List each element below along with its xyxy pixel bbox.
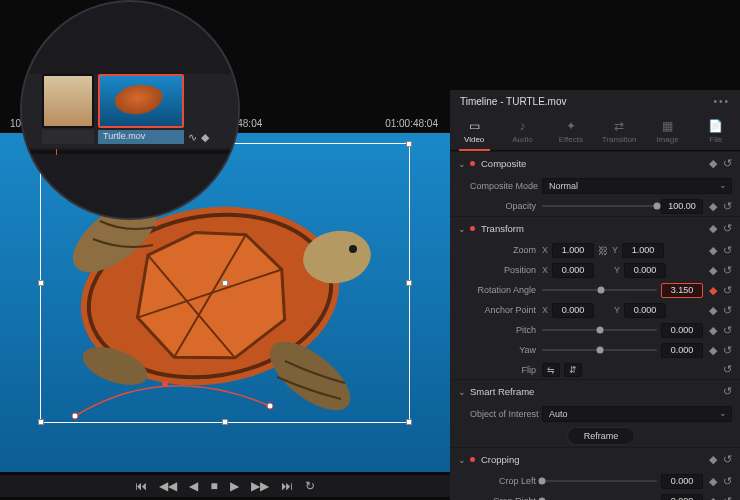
keyframe-icon[interactable]: ◆ bbox=[709, 200, 717, 213]
chevron-down-icon[interactable]: ⌄ bbox=[458, 159, 466, 169]
handle-center[interactable] bbox=[222, 280, 228, 286]
keyframe-icon[interactable]: ◆ bbox=[709, 284, 717, 297]
flip-h-button[interactable]: ⇋ bbox=[542, 363, 560, 377]
zoom-y-field[interactable]: 1.000 bbox=[622, 243, 664, 258]
zoom-label: Zoom bbox=[470, 245, 542, 255]
opacity-field[interactable]: 100.00 bbox=[661, 199, 703, 214]
composite-title: Composite bbox=[481, 158, 526, 169]
opacity-slider[interactable] bbox=[542, 205, 657, 207]
crop-left-field[interactable]: 0.000 bbox=[661, 474, 703, 489]
crop-left-slider[interactable] bbox=[542, 480, 657, 482]
rotation-field[interactable]: 3.150 bbox=[661, 283, 703, 298]
anchor-label: Anchor Point bbox=[470, 305, 542, 315]
file-icon: 📄 bbox=[692, 119, 740, 133]
reset-icon[interactable]: ↺ bbox=[723, 222, 732, 235]
inspector-tabs: ▭Video ♪Audio ✦Effects ⇄Transition ▦Imag… bbox=[450, 113, 740, 151]
audio-icon: ♪ bbox=[498, 119, 546, 133]
play-reverse-button[interactable]: ◀ bbox=[189, 479, 198, 493]
object-of-interest-select[interactable]: Auto bbox=[542, 406, 732, 422]
timecode-timeline[interactable]: 01:00:48:04 bbox=[385, 118, 438, 129]
keyframe-icon[interactable]: ◆ bbox=[709, 475, 717, 488]
pitch-slider[interactable] bbox=[542, 329, 657, 331]
chevron-down-icon[interactable]: ⌄ bbox=[458, 455, 466, 465]
position-x-field[interactable]: 0.000 bbox=[552, 263, 594, 278]
zoom-x-field[interactable]: 1.000 bbox=[552, 243, 594, 258]
chevron-down-icon[interactable]: ⌄ bbox=[458, 224, 466, 234]
play-button[interactable]: ▶ bbox=[230, 479, 239, 493]
position-y-field[interactable]: 0.000 bbox=[624, 263, 666, 278]
reset-icon[interactable]: ↺ bbox=[723, 324, 732, 337]
reset-icon[interactable]: ↺ bbox=[723, 344, 732, 357]
keyframe-icon[interactable]: ◆ bbox=[709, 344, 717, 357]
pitch-label: Pitch bbox=[470, 325, 542, 335]
inspector-title: Timeline - TURTLE.mov bbox=[460, 96, 567, 107]
keyframe-icon[interactable]: ◆ bbox=[709, 324, 717, 337]
chevron-down-icon[interactable]: ⌄ bbox=[458, 387, 466, 397]
pitch-field[interactable]: 0.000 bbox=[661, 323, 703, 338]
flip-v-button[interactable]: ⇵ bbox=[564, 363, 582, 377]
handle-bm[interactable] bbox=[222, 419, 228, 425]
reset-icon[interactable]: ↺ bbox=[723, 244, 732, 257]
active-dot-icon bbox=[470, 161, 475, 166]
yaw-slider[interactable] bbox=[542, 349, 657, 351]
loop-button[interactable]: ↻ bbox=[305, 479, 315, 493]
yaw-label: Yaw bbox=[470, 345, 542, 355]
inspector-options-icon[interactable]: ••• bbox=[713, 96, 730, 107]
cropping-title: Cropping bbox=[481, 454, 520, 465]
keyframe-all-icon[interactable]: ◆ bbox=[709, 157, 717, 170]
handle-tr[interactable] bbox=[406, 141, 412, 147]
keyframe-all-icon[interactable]: ◆ bbox=[709, 453, 717, 466]
reset-icon[interactable]: ↺ bbox=[723, 264, 732, 277]
handle-br[interactable] bbox=[406, 419, 412, 425]
transition-icon: ⇄ bbox=[595, 119, 643, 133]
reset-icon[interactable]: ↺ bbox=[723, 157, 732, 170]
reset-icon[interactable]: ↺ bbox=[723, 453, 732, 466]
section-composite: ⌄ Composite ◆ ↺ Composite Mode Normal Op… bbox=[450, 151, 740, 216]
media-thumbnail[interactable] bbox=[42, 74, 94, 128]
keyframe-icon[interactable]: ◆ bbox=[709, 244, 717, 257]
go-end-button[interactable]: ⏭ bbox=[281, 479, 293, 493]
section-transform: ⌄ Transform ◆ ↺ Zoom X1.000 ⛓ Y1.000 ◆↺ … bbox=[450, 216, 740, 379]
tab-effects[interactable]: ✦Effects bbox=[547, 113, 595, 150]
keyframe-icon[interactable]: ◆ bbox=[709, 264, 717, 277]
anchor-x-field[interactable]: 0.000 bbox=[552, 303, 594, 318]
stop-button[interactable]: ■ bbox=[210, 479, 217, 493]
transport-bar: ⏮ ◀◀ ◀ ■ ▶ ▶▶ ⏭ ↻ bbox=[0, 475, 450, 497]
opacity-label: Opacity bbox=[470, 201, 542, 211]
tab-image[interactable]: ▦Image bbox=[643, 113, 691, 150]
curve-badge-icon[interactable]: ∿ bbox=[188, 131, 197, 144]
keyframe-icon[interactable]: ◆ bbox=[709, 495, 717, 501]
reset-icon[interactable]: ↺ bbox=[723, 475, 732, 488]
reset-icon[interactable]: ↺ bbox=[723, 304, 732, 317]
link-icon[interactable]: ⛓ bbox=[598, 245, 608, 256]
image-icon: ▦ bbox=[643, 119, 691, 133]
tab-audio[interactable]: ♪Audio bbox=[498, 113, 546, 150]
handle-bl[interactable] bbox=[38, 419, 44, 425]
clip-name-label[interactable]: Turtle.mov bbox=[98, 130, 184, 144]
composite-mode-select[interactable]: Normal bbox=[542, 178, 732, 194]
tab-video[interactable]: ▭Video bbox=[450, 113, 498, 150]
yaw-field[interactable]: 0.000 bbox=[661, 343, 703, 358]
anchor-y-field[interactable]: 0.000 bbox=[624, 303, 666, 318]
tab-transition[interactable]: ⇄Transition bbox=[595, 113, 643, 150]
keyframe-badge-icon[interactable]: ◆ bbox=[201, 131, 209, 144]
go-start-button[interactable]: ⏮ bbox=[135, 479, 147, 493]
step-back-button[interactable]: ◀◀ bbox=[159, 479, 177, 493]
reset-icon[interactable]: ↺ bbox=[723, 385, 732, 398]
handle-ml[interactable] bbox=[38, 280, 44, 286]
reset-icon[interactable]: ↺ bbox=[723, 200, 732, 213]
tab-file[interactable]: 📄File bbox=[692, 113, 740, 150]
media-thumbnail-selected[interactable] bbox=[98, 74, 184, 128]
handle-mr[interactable] bbox=[406, 280, 412, 286]
object-of-interest-label: Object of Interest bbox=[470, 409, 542, 419]
keyframe-icon[interactable]: ◆ bbox=[709, 304, 717, 317]
step-fwd-button[interactable]: ▶▶ bbox=[251, 479, 269, 493]
reframe-button[interactable]: Reframe bbox=[567, 427, 636, 445]
crop-right-field[interactable]: 0.000 bbox=[661, 494, 703, 501]
reset-icon[interactable]: ↺ bbox=[723, 495, 732, 501]
rotation-slider[interactable] bbox=[542, 289, 657, 291]
reset-icon[interactable]: ↺ bbox=[723, 284, 732, 297]
scrub-strip[interactable] bbox=[22, 150, 238, 154]
reset-icon[interactable]: ↺ bbox=[723, 363, 732, 376]
keyframe-all-icon[interactable]: ◆ bbox=[709, 222, 717, 235]
